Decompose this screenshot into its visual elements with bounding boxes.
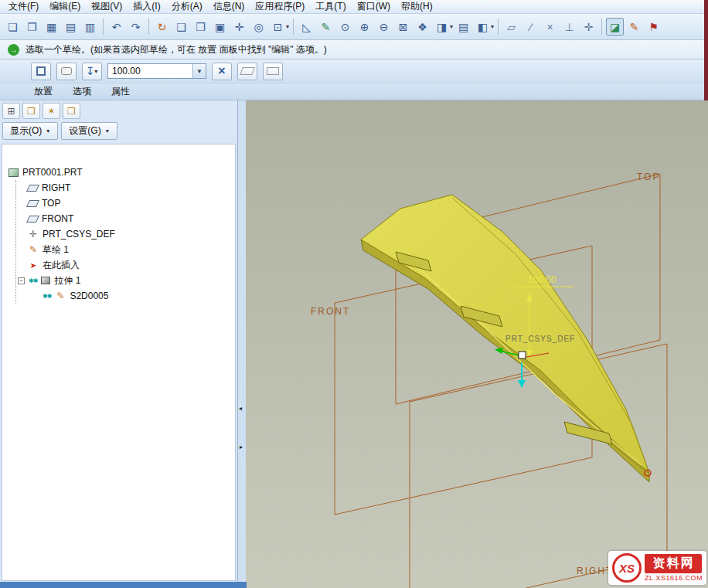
new-icon[interactable]: ❏ — [4, 18, 22, 36]
insert-here-icon: ➤ — [28, 261, 39, 270]
tab-options[interactable]: 选项 — [73, 85, 91, 98]
tree-item-label: 拉伸 1 — [54, 274, 80, 287]
tree-item-part[interactable]: PRT0001.PRT — [5, 165, 232, 180]
tree-item-right-plane[interactable]: RIGHT — [16, 180, 232, 195]
save-icon[interactable]: ▦ — [43, 18, 60, 36]
dropdown-arrow-icon[interactable]: ▾ — [491, 23, 494, 30]
datum-plane-icon — [26, 200, 39, 207]
message-prompt-bar: → 选取一个草绘。(如果首选内部草绘，可在 放置 面板中找到 "编辑" 选项。) — [0, 40, 708, 59]
zoom-in-icon[interactable]: ⊕ — [356, 18, 373, 36]
collapse-expander-icon[interactable]: − — [18, 277, 25, 284]
customize-icon[interactable]: ✛ — [230, 18, 248, 36]
open-icon[interactable]: ❐ — [23, 18, 41, 36]
menu-bar: 文件(F) 编辑(E) 视图(V) 插入(I) 分析(A) 信息(N) 应用程序… — [0, 0, 708, 14]
tree-item-top-plane[interactable]: TOP — [16, 195, 232, 211]
menu-view[interactable]: 视图(V) — [86, 0, 128, 14]
thicken-sketch-button[interactable] — [263, 63, 283, 80]
sketcher-display-icon[interactable]: ✎ — [625, 18, 643, 36]
3d-viewport-canvas[interactable]: 100.00 TOP FRONT RIGHT — [246, 100, 708, 588]
collapse-right-icon[interactable]: ▸ — [240, 444, 243, 450]
saved-views-icon[interactable]: ◨ — [433, 18, 451, 36]
menu-analysis[interactable]: 分析(A) — [166, 0, 208, 14]
sketch-status-button[interactable] — [56, 63, 77, 80]
panel-splitter[interactable]: ◂ ▸ — [238, 100, 246, 588]
bubble-icon — [61, 67, 72, 75]
undo-icon[interactable]: ↶ — [107, 18, 125, 36]
toolbar-separator — [148, 19, 149, 35]
datum-point-display-icon[interactable]: × — [541, 18, 559, 36]
datum-plane-icon — [26, 185, 39, 192]
datum-plane-tool-icon[interactable]: ◺ — [298, 18, 315, 36]
history-icon[interactable]: ❒ — [63, 103, 80, 119]
watermark-logo-icon: XS — [612, 553, 642, 583]
datum-axis-display-icon[interactable]: ∕ — [522, 18, 540, 36]
tree-item-insert-here[interactable]: ➤ 在此插入 — [16, 257, 232, 273]
tree-show-dropdown[interactable]: 显示(O) ▾ — [2, 122, 58, 140]
extrude-icon — [41, 277, 50, 284]
folder-browser-icon[interactable]: ❒ — [22, 103, 40, 119]
sketch-tool-icon[interactable]: ✎ — [317, 18, 335, 36]
dropdown-arrow-icon[interactable]: ▾ — [450, 23, 453, 30]
annotation-display-icon[interactable]: ⚑ — [645, 18, 662, 36]
menu-file[interactable]: 文件(F) — [3, 0, 44, 14]
tree-item-label: PRT0001.PRT — [22, 167, 83, 178]
datum-plane-display-icon[interactable]: ▱ — [502, 18, 520, 36]
depth-type-button[interactable]: ↧ ▾ — [82, 63, 102, 80]
placement-collector-button[interactable] — [31, 63, 51, 80]
menu-help[interactable]: 帮助(H) — [396, 0, 438, 14]
model-tree[interactable]: PRT0001.PRT RIGHT TOP FRONT ✛ PRT_CSYS_D — [2, 144, 236, 581]
menu-info[interactable]: 信息(N) — [208, 0, 250, 14]
model-display-icon[interactable]: ◪ — [606, 18, 624, 36]
model-tree-columns-icon[interactable]: ⊞ — [2, 103, 20, 119]
tree-item-sketch1[interactable]: ✎ 草绘 1 — [16, 242, 232, 257]
copy-icon[interactable]: ❑ — [172, 18, 190, 36]
graphics-area[interactable]: 100.00 TOP FRONT RIGHT — [246, 100, 708, 588]
view-manager-icon[interactable]: ◧ — [474, 18, 492, 36]
favorites-icon[interactable]: ✶ — [43, 103, 60, 119]
zoom-out-icon[interactable]: ⊖ — [375, 18, 393, 36]
tab-properties[interactable]: 属性 — [111, 85, 130, 98]
tree-item-extrude1[interactable]: − ✱✱ 拉伸 1 — [16, 273, 232, 288]
layers-icon[interactable]: ▤ — [454, 18, 472, 36]
tree-item-s2d0005[interactable]: ✱✱ ✎ S2D0005 — [16, 288, 232, 304]
menu-edit[interactable]: 编辑(E) — [44, 0, 86, 14]
redo-icon[interactable]: ↷ — [127, 18, 145, 36]
part-icon — [9, 168, 19, 177]
paste-special-icon[interactable]: ▣ — [211, 18, 229, 36]
dropdown-arrow-icon: ▾ — [46, 127, 49, 134]
select-filter-icon[interactable]: ⊡ — [269, 18, 287, 36]
remove-material-button[interactable] — [237, 63, 257, 80]
paste-icon[interactable]: ❒ — [192, 18, 209, 36]
refit-icon[interactable]: ⊠ — [394, 18, 412, 36]
menu-window[interactable]: 窗口(W) — [352, 0, 396, 14]
menu-tools[interactable]: 工具(T) — [310, 0, 351, 14]
menu-applications[interactable]: 应用程序(P) — [250, 0, 310, 14]
hole-tool-icon[interactable]: ⊙ — [336, 18, 354, 36]
csys-label: PRT_CSYS_DEF — [505, 335, 575, 343]
csys-display-icon[interactable]: ⊥ — [560, 18, 578, 36]
print-icon[interactable]: ▤ — [62, 18, 80, 36]
spin-center-icon[interactable]: ✛ — [580, 18, 597, 36]
combo-dropdown-icon[interactable]: ▼ — [192, 64, 206, 78]
tree-item-front-plane[interactable]: FRONT — [16, 211, 232, 226]
find-icon[interactable]: ◎ — [250, 18, 267, 36]
tree-item-label: FRONT — [42, 213, 73, 224]
menu-insert[interactable]: 插入(I) — [128, 0, 165, 14]
repaint-icon[interactable]: ❖ — [414, 18, 431, 36]
datum-plane-icon — [26, 216, 39, 223]
tab-placement[interactable]: 放置 — [34, 85, 53, 98]
navigator-toolbar: ⊞ ❒ ✶ ❒ — [0, 100, 237, 121]
remove-material-icon — [240, 67, 255, 75]
window-edge-bar — [704, 0, 708, 100]
tree-item-csys[interactable]: ✛ PRT_CSYS_DEF — [16, 226, 232, 242]
print-preview-icon[interactable]: ▥ — [81, 18, 99, 36]
collapse-left-icon[interactable]: ◂ — [239, 405, 242, 412]
drag-handle[interactable] — [519, 352, 526, 359]
dropdown-arrow-icon[interactable]: ▾ — [286, 23, 289, 30]
regenerate-icon[interactable]: ↻ — [153, 18, 171, 36]
flip-direction-button[interactable]: × — [212, 63, 232, 80]
tree-item-label: PRT_CSYS_DEF — [43, 229, 115, 240]
depth-value-combobox[interactable]: 100.00 ▼ — [107, 63, 206, 79]
tree-settings-dropdown[interactable]: 设置(G) ▾ — [61, 122, 117, 140]
dimension-value[interactable]: 100.00 — [528, 274, 557, 285]
